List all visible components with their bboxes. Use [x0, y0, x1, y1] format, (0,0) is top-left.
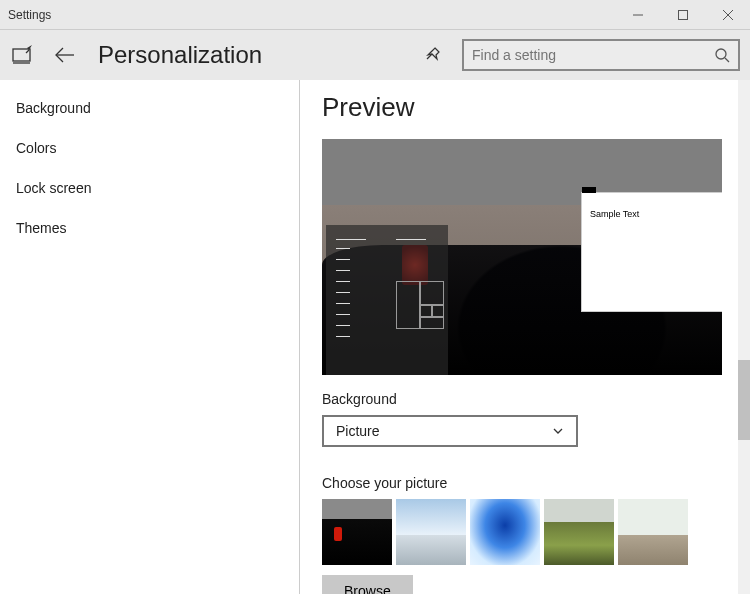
picture-thumb-3[interactable]	[470, 499, 540, 565]
close-button[interactable]	[705, 0, 750, 30]
page-title: Personalization	[98, 41, 262, 69]
sidebar-item-background[interactable]: Background	[0, 88, 299, 128]
chevron-down-icon	[552, 425, 564, 437]
back-button[interactable]	[52, 42, 78, 68]
sidebar-item-themes[interactable]: Themes	[0, 208, 299, 248]
close-icon	[723, 10, 733, 20]
sidebar-item-lock-screen[interactable]: Lock screen	[0, 168, 299, 208]
sidebar-item-label: Colors	[16, 140, 56, 156]
maximize-button[interactable]	[660, 0, 705, 30]
sidebar-item-label: Background	[16, 100, 91, 116]
background-label: Background	[322, 391, 750, 407]
picture-thumbnails	[322, 499, 750, 565]
sidebar-item-label: Lock screen	[16, 180, 91, 196]
svg-line-10	[725, 58, 729, 62]
minimize-button[interactable]	[615, 0, 660, 30]
preview-start-menu	[326, 225, 448, 375]
body-split: Background Colors Lock screen Themes Pre…	[0, 80, 750, 594]
sample-window-text: Sample Text	[590, 209, 639, 219]
picture-thumb-2[interactable]	[396, 499, 466, 565]
pin-icon	[424, 46, 442, 64]
scrollbar-thumb[interactable]	[738, 360, 750, 440]
picture-thumb-5[interactable]	[618, 499, 688, 565]
browse-button-label: Browse	[344, 583, 391, 594]
content-panel: Preview Sample Text	[300, 80, 750, 594]
picture-thumb-1[interactable]	[322, 499, 392, 565]
maximize-icon	[678, 10, 688, 20]
back-arrow-icon	[54, 47, 76, 63]
svg-line-6	[26, 50, 29, 53]
sidebar-item-colors[interactable]: Colors	[0, 128, 299, 168]
preview-start-tiles	[396, 281, 444, 329]
preview-sample-window: Sample Text	[582, 193, 722, 311]
search-box[interactable]	[462, 39, 740, 71]
header-bar: Personalization	[0, 30, 750, 80]
svg-point-9	[716, 49, 726, 59]
sidebar: Background Colors Lock screen Themes	[0, 80, 300, 594]
select-value: Picture	[336, 423, 380, 439]
browse-button[interactable]: Browse	[322, 575, 413, 594]
window-titlebar: Settings	[0, 0, 750, 30]
search-icon	[714, 47, 730, 63]
svg-rect-1	[678, 10, 687, 19]
window-controls	[615, 0, 750, 30]
search-input[interactable]	[472, 47, 714, 63]
background-type-select[interactable]: Picture	[322, 415, 578, 447]
choose-picture-label: Choose your picture	[322, 475, 750, 491]
desktop-preview: Sample Text	[322, 139, 722, 375]
preview-heading: Preview	[322, 92, 750, 123]
minimize-icon	[633, 10, 643, 20]
pin-button[interactable]	[420, 42, 446, 68]
content-scrollbar[interactable]	[738, 80, 750, 594]
window-title: Settings	[8, 8, 615, 22]
sidebar-item-label: Themes	[16, 220, 67, 236]
settings-app-icon	[10, 42, 36, 68]
picture-thumb-4[interactable]	[544, 499, 614, 565]
